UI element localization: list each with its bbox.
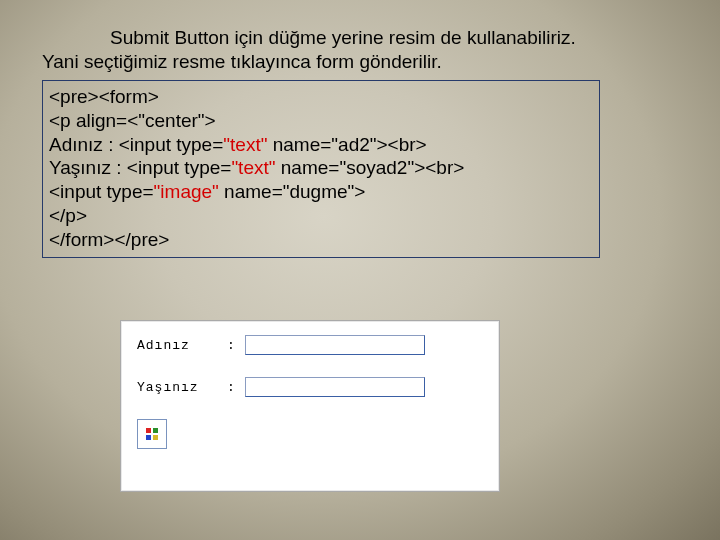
intro-text: Submit Button için düğme yerine resim de… [42,26,682,74]
form-row-ad: Adınız : [137,335,483,355]
code-line-7: </form></pre> [49,228,593,252]
code-line-4: Yaşınız : <input type="text" name="soyad… [49,156,593,180]
colon-yas: : [227,380,235,395]
form-preview-panel: Adınız : Yaşınız : [120,320,500,492]
intro-line-1: Submit Button için düğme yerine resim de… [42,26,682,50]
broken-image-icon [144,426,160,442]
code-line-2: <p align=<"center"> [49,109,593,133]
code-line-5: <input type="image" name="dugme"> [49,180,593,204]
input-yas[interactable] [245,377,425,397]
colon-ad: : [227,338,235,353]
image-submit-button[interactable] [137,419,167,449]
label-ad: Adınız [137,338,217,353]
code-line-6: </p> [49,204,593,228]
code-box: <pre><form> <p align=<"center"> Adınız :… [42,80,600,258]
form-row-yas: Yaşınız : [137,377,483,397]
label-yas: Yaşınız [137,380,217,395]
code-line-3: Adınız : <input type="text" name="ad2"><… [49,133,593,157]
code-line-1: <pre><form> [49,85,593,109]
intro-line-2: Yani seçtiğimiz resme tıklayınca form gö… [42,50,682,74]
input-ad[interactable] [245,335,425,355]
